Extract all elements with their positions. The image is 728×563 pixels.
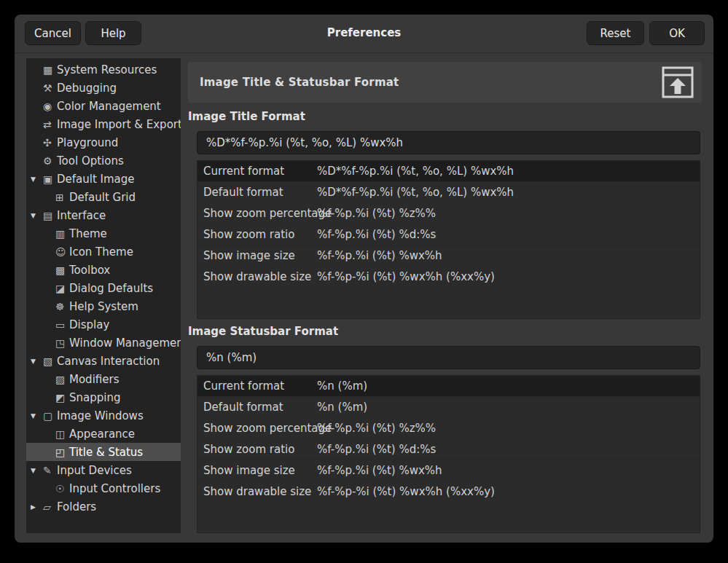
- image-import-export-icon: ⇄: [43, 119, 57, 130]
- sidebar-item-help-system[interactable]: ☸ Help System: [26, 297, 181, 315]
- sidebar-item-label: Color Management: [57, 100, 161, 113]
- help-system-icon: ☸: [55, 301, 69, 312]
- expander-icon[interactable]: ▼: [31, 176, 43, 183]
- sidebar-item-label: Playground: [57, 136, 118, 149]
- format-row-value: %f-%p.%i (%t) %z%%: [317, 207, 700, 220]
- appearance-icon: ◫: [55, 428, 69, 440]
- format-row-value: %f-%p.%i (%t) %d:%s: [317, 228, 700, 241]
- sidebar-item-theme[interactable]: ▥ Theme: [26, 224, 181, 243]
- sidebar-item-appearance[interactable]: ◫ Appearance: [26, 425, 181, 443]
- format-row-label: Default format: [203, 401, 317, 414]
- format-row-value: %f-%p-%i (%t) %wx%h (%xx%y): [317, 270, 700, 283]
- sidebar-item-label: Tool Options: [57, 154, 124, 168]
- sidebar-item-label: Theme: [69, 227, 107, 240]
- sidebar-item-icon-theme[interactable]: ☺ Icon Theme: [26, 243, 181, 261]
- sidebar-item-label: Title & Status: [69, 446, 143, 459]
- format-row-label: Show zoom percentage: [203, 207, 317, 220]
- format-row-label: Default format: [203, 186, 317, 199]
- format-row[interactable]: Default format %n (%m): [197, 397, 700, 418]
- sidebar-item-color-management[interactable]: ◉ Color Management: [26, 97, 181, 115]
- sidebar-item-canvas-interaction[interactable]: ▼ ▧ Canvas Interaction: [26, 352, 181, 370]
- format-row[interactable]: Show image size %f-%p.%i (%t) %wx%h: [197, 460, 700, 481]
- sidebar-item-label: Input Devices: [57, 464, 132, 477]
- sidebar-item-label: Snapping: [69, 391, 120, 404]
- statusbar-format-input[interactable]: [197, 346, 700, 369]
- tool-options-icon: ⚙: [43, 155, 57, 167]
- sidebar-item-label: Input Controllers: [69, 482, 160, 495]
- sidebar-item-label: Default Grid: [69, 191, 136, 204]
- sidebar-item-toolbox[interactable]: ▩ Toolbox: [26, 261, 181, 279]
- page-header: Image Title & Statusbar Format: [188, 62, 702, 103]
- format-row[interactable]: Show image size %f-%p.%i (%t) %wx%h: [197, 245, 700, 267]
- sidebar-item-image-windows[interactable]: ▼ ▢ Image Windows: [26, 406, 181, 425]
- input-controllers-icon: ☉: [55, 483, 69, 495]
- expander-icon[interactable]: ▼: [31, 212, 43, 219]
- format-row[interactable]: Default format %D*%f-%p.%i (%t, %o, %L) …: [197, 182, 700, 203]
- playground-icon: ✣: [43, 137, 57, 149]
- expander-icon[interactable]: ▼: [31, 467, 43, 474]
- format-row-value: %f-%p.%i (%t) %z%%: [317, 422, 700, 435]
- format-row[interactable]: Show drawable size %f-%p-%i (%t) %wx%h (…: [197, 481, 700, 503]
- system-resources-icon: ▦: [43, 64, 57, 76]
- image-windows-icon: ▢: [43, 410, 57, 422]
- sidebar-item-interface[interactable]: ▼ ▤ Interface: [26, 206, 181, 224]
- format-row-label: Show image size: [203, 464, 317, 477]
- sidebar-item-default-image[interactable]: ▼ ▣ Default Image: [26, 170, 181, 188]
- sidebar-item-label: Display: [69, 318, 109, 331]
- sidebar-item-input-controllers[interactable]: ☉ Input Controllers: [26, 479, 181, 497]
- format-row-value: %f-%p.%i (%t) %d:%s: [317, 443, 700, 456]
- folders-icon: ▱: [43, 501, 57, 513]
- expander-icon[interactable]: ▼: [31, 358, 43, 365]
- format-row-label: Current format: [203, 379, 317, 393]
- preferences-sidebar: ▦ System Resources ⚒ Debugging ◉ Color M…: [26, 58, 181, 533]
- reset-button[interactable]: Reset: [587, 21, 644, 45]
- format-row[interactable]: Show drawable size %f-%p-%i (%t) %wx%h (…: [197, 267, 700, 288]
- title-format-list: Current format %D*%f-%p.%i (%t, %o, %L) …: [197, 160, 700, 319]
- format-row[interactable]: Show zoom percentage %f-%p.%i (%t) %z%%: [197, 418, 700, 439]
- sidebar-item-tool-options[interactable]: ⚙ Tool Options: [26, 151, 181, 170]
- statusbar-format-list: Current format %n (%m) Default format %n…: [197, 375, 700, 533]
- sidebar-item-snapping[interactable]: ◩ Snapping: [26, 388, 181, 406]
- display-icon: ▭: [55, 319, 69, 331]
- main-panel: Image Title & Statusbar Format Image Tit…: [188, 62, 702, 533]
- sidebar-item-title-status[interactable]: ◰ Title & Status: [26, 443, 181, 461]
- sidebar-item-system-resources[interactable]: ▦ System Resources: [26, 60, 181, 79]
- sidebar-item-folders[interactable]: ▶ ▱ Folders: [26, 497, 181, 516]
- format-row[interactable]: Show zoom percentage %f-%p.%i (%t) %z%%: [197, 203, 700, 224]
- sidebar-item-display[interactable]: ▭ Display: [26, 315, 181, 334]
- expander-icon[interactable]: ▼: [31, 412, 43, 420]
- format-row-value: %D*%f-%p.%i (%t, %o, %L) %wx%h: [317, 165, 700, 178]
- ok-button[interactable]: OK: [649, 21, 705, 45]
- format-row[interactable]: Current format %D*%f-%p.%i (%t, %o, %L) …: [197, 161, 700, 182]
- default-grid-icon: ⊞: [55, 192, 69, 203]
- icon-theme-icon: ☺: [55, 246, 69, 258]
- sidebar-item-modifiers[interactable]: ▨ Modifiers: [26, 370, 181, 388]
- sidebar-item-image-import-export[interactable]: ⇄ Image Import & Export: [26, 115, 181, 133]
- statusbar-format-section: Image Statusbar Format Current format %n…: [188, 325, 702, 533]
- format-row[interactable]: Show zoom ratio %f-%p.%i (%t) %d:%s: [197, 439, 700, 460]
- debugging-icon: ⚒: [43, 82, 57, 94]
- format-row[interactable]: Show zoom ratio %f-%p.%i (%t) %d:%s: [197, 224, 700, 245]
- sidebar-item-window-management[interactable]: ◳ Window Management: [26, 334, 181, 352]
- expander-icon[interactable]: ▶: [31, 503, 43, 511]
- snapping-icon: ◩: [55, 392, 69, 403]
- sidebar-item-input-devices[interactable]: ▼ ✎ Input Devices: [26, 461, 181, 479]
- title-status-icon: [661, 66, 694, 99]
- sidebar-item-default-grid[interactable]: ⊞ Default Grid: [26, 188, 181, 206]
- sidebar-item-label: Debugging: [57, 82, 117, 95]
- sidebar-item-dialog-defaults[interactable]: ◪ Dialog Defaults: [26, 279, 181, 297]
- format-row-label: Show zoom ratio: [203, 228, 317, 241]
- canvas-interaction-icon: ▧: [43, 355, 57, 367]
- sidebar-item-label: Image Import & Export: [57, 118, 181, 131]
- format-row[interactable]: Current format %n (%m): [197, 376, 700, 397]
- format-row-label: Show drawable size: [203, 270, 317, 283]
- preferences-dialog: Cancel Help Preferences Reset OK ▦ Syste…: [15, 15, 713, 543]
- format-row-value: %f-%p.%i (%t) %wx%h: [317, 249, 700, 262]
- sidebar-item-debugging[interactable]: ⚒ Debugging: [26, 79, 181, 97]
- sidebar-item-label: Folders: [57, 500, 96, 513]
- title-format-input[interactable]: [197, 131, 700, 154]
- sidebar-item-playground[interactable]: ✣ Playground: [26, 133, 181, 151]
- format-row-value: %f-%p.%i (%t) %wx%h: [317, 464, 700, 477]
- sidebar-item-label: Default Image: [57, 173, 135, 186]
- input-devices-icon: ✎: [43, 465, 57, 476]
